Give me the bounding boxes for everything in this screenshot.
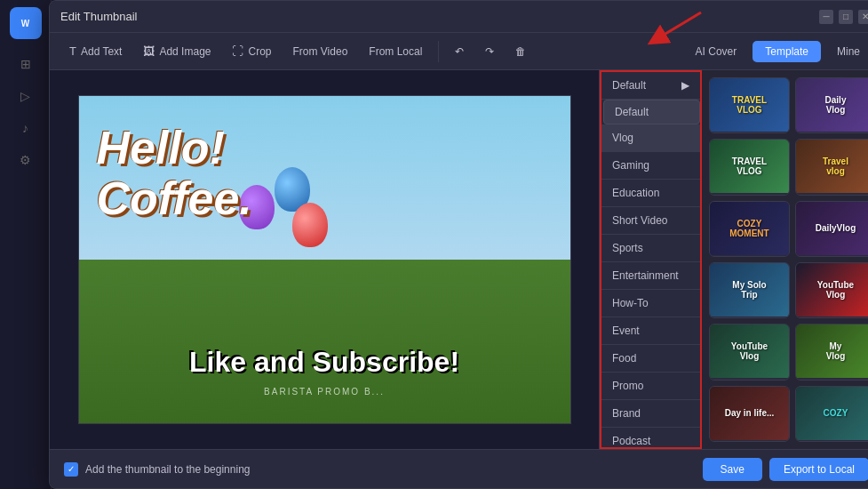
canvas-container: Hello!Coffee. Like and Subscribe! BARIST… (78, 95, 571, 424)
template-card-daily-life-vlog-03[interactable]: Daily VlogDaily Life Vlog 03 (795, 77, 868, 133)
category-item-event[interactable]: Event (601, 317, 700, 345)
bottom-buttons: Save Export to Local (703, 458, 868, 481)
template-grid: TRAVEL VLOGTravelling Vlog 03Daily VlogD… (702, 70, 868, 449)
add-thumbnail-checkbox-label[interactable]: ✓ Add the thumbnail to the beginning (64, 462, 250, 477)
canvas-area: Hello!Coffee. Like and Subscribe! BARIST… (50, 70, 599, 449)
template-thumb-youtube-vlog-thumb: YouTube Vlog (796, 263, 868, 317)
window-controls: ─ □ ✕ (819, 10, 868, 24)
category-item-how-to[interactable]: How-To (601, 290, 700, 317)
tab-template[interactable]: Template (753, 41, 821, 62)
template-thumb-travelling-vlog-01: My Solo Trip (710, 263, 789, 317)
app-logo: W (10, 7, 42, 39)
maximize-button[interactable]: □ (839, 10, 853, 24)
template-thumb-daily-life-vlog-05: DailyVlog (796, 202, 868, 255)
template-card-youtube-vlog-thumb-2[interactable]: YouTube VlogYouTube Vlog Thumb... (709, 324, 790, 380)
template-name-daily-life-vlog-13: Daily Life Vlog 13 (710, 255, 789, 257)
from-local-label: From Local (369, 45, 422, 58)
default-dropdown: Default (603, 100, 700, 124)
add-text-button[interactable]: T Add Text (60, 40, 131, 62)
checkbox-text: Add the thumbnail to the beginning (85, 463, 250, 476)
template-card-youtube-vlog-thumb[interactable]: YouTube VlogYouTube Vlog Thumb... (795, 262, 868, 318)
canvas-text-hello: Hello!Coffee. (97, 123, 252, 224)
template-card-travelling-vlog-03[interactable]: TRAVEL VLOGTravelling Vlog 03 (709, 77, 790, 133)
right-panel-inner: Default ▶ Default Vlog Gaming Education … (600, 70, 868, 449)
delete-icon: 🗑 (515, 45, 526, 58)
tab-mine[interactable]: Mine (824, 41, 868, 62)
crop-label: Crop (248, 45, 271, 58)
crop-icon: ⛶ (232, 44, 243, 58)
category-item-sports[interactable]: Sports (601, 235, 700, 262)
template-card-daily-life-vlog-13[interactable]: COZY MOMENTDaily Life Vlog 13 (709, 201, 790, 257)
template-thumb-travelling-vlog-07: Travel vlog (796, 140, 868, 193)
template-name-daily-life-vlog-03: Daily Life Vlog 03 (796, 132, 868, 133)
template-thumb-daily-life-vlog-03: Daily Vlog (796, 78, 868, 132)
category-item-entertainment[interactable]: Entertainment (601, 262, 700, 290)
template-thumb-text-daily-life-vlog-13: COZY MOMENT (729, 219, 768, 238)
close-button[interactable]: ✕ (858, 10, 868, 24)
bg-nav-item-3: ♪ (8, 114, 44, 142)
dropdown-item-default[interactable]: Default (604, 100, 699, 124)
add-thumbnail-checkbox[interactable]: ✓ (64, 462, 78, 477)
category-item-short-video[interactable]: Short Video (601, 207, 700, 235)
undo-icon-btn[interactable]: ↶ (446, 41, 473, 62)
right-panel: Default ▶ Default Vlog Gaming Education … (599, 70, 868, 449)
category-item-default[interactable]: Default ▶ (601, 72, 700, 100)
template-name-youtube-vlog-thumb: YouTube Vlog Thumb... (796, 317, 868, 318)
delete-icon-btn[interactable]: 🗑 (506, 41, 535, 62)
minimize-button[interactable]: ─ (819, 10, 833, 24)
template-name-partial-1: YouTube Vlog Thumb... (710, 440, 789, 442)
template-thumb-text-partial-2: COZY (824, 408, 848, 418)
category-panel: Default ▶ Default Vlog Gaming Education … (600, 70, 702, 449)
redo-icon-btn[interactable]: ↷ (476, 41, 503, 62)
title-bar: Edit Thumbnail ─ □ ✕ (50, 1, 868, 33)
tab-ai-cover[interactable]: AI Cover (683, 41, 750, 62)
template-name-travelling-vlog-03: Travelling Vlog 03 (710, 132, 789, 133)
save-button[interactable]: Save (703, 458, 762, 481)
template-thumb-partial-1: Day in life... (710, 387, 789, 440)
from-local-button[interactable]: From Local (360, 41, 431, 62)
template-thumb-travelling-vlog-03: TRAVEL VLOG (710, 78, 789, 132)
category-item-brand[interactable]: Brand (601, 400, 700, 428)
template-card-partial-1[interactable]: Day in life...YouTube Vlog Thumb... (709, 386, 790, 442)
template-name-travelling-vlog-02: Travelling Vlog 02 (710, 193, 789, 195)
template-name-travelling-vlog-01: Travelling Vlog 01 (710, 317, 789, 318)
template-thumb-partial-2: COZY (796, 387, 868, 440)
template-card-my-vlog[interactable]: My VlogYouTube Vlog Thumb... (795, 324, 868, 380)
bottom-bar: ✓ Add the thumbnail to the beginning Sav… (50, 449, 868, 488)
category-item-gaming[interactable]: Gaming (601, 152, 700, 180)
dialog-title: Edit Thumbnail (60, 10, 137, 23)
template-card-travelling-vlog-01[interactable]: My Solo TripTravelling Vlog 01 (709, 262, 790, 318)
template-name-travelling-vlog-07: Travelling Vlog 07 (796, 193, 868, 195)
template-thumb-text-daily-life-vlog-05: DailyVlog (816, 223, 856, 233)
category-item-podcast[interactable]: Podcast (601, 428, 700, 449)
category-item-food[interactable]: Food (601, 345, 700, 373)
add-image-label: Add Image (159, 45, 211, 58)
template-thumb-text-youtube-vlog-thumb-2: YouTube Vlog (731, 341, 768, 361)
bg-nav-item-4: ⚙ (8, 146, 44, 174)
template-thumb-my-vlog: My Vlog (796, 325, 868, 378)
undo-icon: ↶ (455, 45, 464, 58)
toolbar-tabs: AI Cover Template Mine (683, 41, 868, 62)
from-video-label: From Video (293, 45, 348, 58)
add-image-button[interactable]: 🖼 Add Image (134, 40, 219, 62)
template-name-daily-life-vlog-05: Daily Life Vlog 05 (796, 255, 868, 257)
template-card-travelling-vlog-02[interactable]: TRAVEL VLOGTravelling Vlog 02 (709, 139, 790, 195)
template-name-my-vlog: YouTube Vlog Thumb... (796, 378, 868, 380)
category-item-promo[interactable]: Promo (601, 373, 700, 400)
template-card-daily-life-vlog-05[interactable]: DailyVlogDaily Life Vlog 05 (795, 201, 868, 257)
template-thumb-text-youtube-vlog-thumb: YouTube Vlog (817, 280, 854, 300)
template-name-partial-2: COZY... (796, 440, 868, 442)
template-card-partial-2[interactable]: COZYCOZY... (795, 386, 868, 442)
template-thumb-text-travelling-vlog-01: My Solo Trip (732, 280, 766, 300)
canvas-text-small: BARISTA PROMO B... (79, 387, 570, 397)
category-item-vlog[interactable]: Vlog (601, 124, 700, 152)
crop-button[interactable]: ⛶ Crop (223, 40, 280, 62)
from-video-button[interactable]: From Video (284, 41, 357, 62)
export-to-local-button[interactable]: Export to Local (769, 458, 868, 481)
template-name-youtube-vlog-thumb-2: YouTube Vlog Thumb... (710, 378, 789, 380)
category-item-education[interactable]: Education (601, 180, 700, 207)
bg-sidebar: W ⊞ ▷ ♪ ⚙ (0, 0, 52, 489)
template-thumb-travelling-vlog-02: TRAVEL VLOG (710, 140, 789, 193)
template-card-travelling-vlog-07[interactable]: Travel vlogTravelling Vlog 07 (795, 139, 868, 195)
canvas-image: Hello!Coffee. Like and Subscribe! BARIST… (79, 96, 570, 423)
